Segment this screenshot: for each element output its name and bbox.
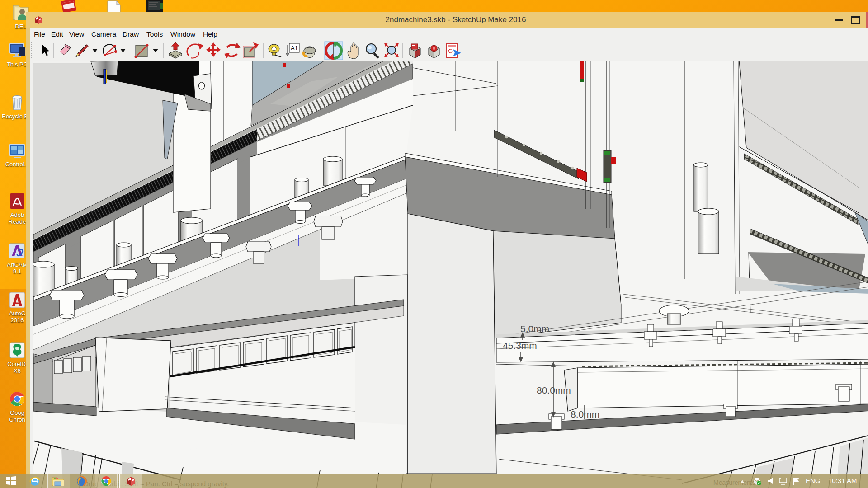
svg-text:5.0mm: 5.0mm <box>520 324 549 334</box>
svg-text:8.0mm: 8.0mm <box>571 409 599 419</box>
svg-text:A1: A1 <box>291 45 298 52</box>
svg-text:80.0mm: 80.0mm <box>537 385 571 395</box>
svg-text:45.3mm: 45.3mm <box>503 340 537 351</box>
